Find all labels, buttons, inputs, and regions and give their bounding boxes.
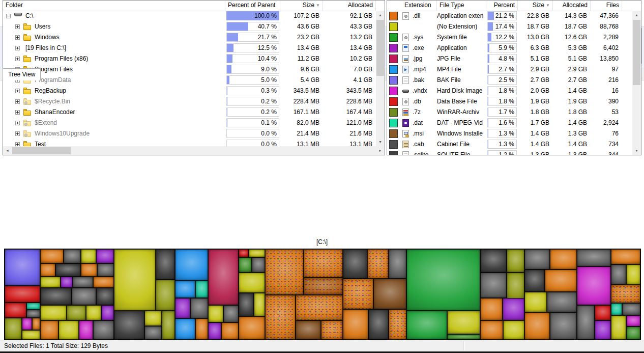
treemap-block[interactable] [86, 305, 101, 320]
treemap-block[interactable] [162, 311, 175, 340]
expand-icon[interactable] [15, 142, 20, 146]
treemap-block[interactable] [97, 263, 114, 277]
treemap-block[interactable] [40, 320, 58, 340]
tree-row[interactable]: C:\100.0 %107.2 GB92.1 GB [3, 11, 376, 21]
treemap-block[interactable] [304, 249, 343, 278]
treemap-block[interactable] [55, 263, 81, 277]
treemap-block[interactable] [175, 281, 195, 298]
treemap-block[interactable] [524, 249, 550, 269]
treemap-block[interactable] [58, 320, 79, 340]
treemap-block[interactable] [550, 312, 577, 340]
treemap-block[interactable] [239, 273, 265, 293]
tree-row[interactable]: Program Files9.0 %9.6 GB7.0 GB [3, 64, 376, 75]
treemap-block[interactable] [26, 310, 40, 318]
treemap-block[interactable] [114, 311, 144, 340]
treemap-block[interactable] [447, 334, 480, 340]
tree-row[interactable]: [19 Files in C:\]12.5 %13.4 GB13.4 GB [3, 43, 376, 53]
tree-row[interactable]: ProgramData5.0 %5.4 GB4.1 GB [3, 75, 376, 86]
extension-row[interactable]: .dllApplication exten21.2 %22.8 GB14.3 G… [387, 11, 632, 21]
treemap-block[interactable] [73, 277, 93, 288]
treemap-block[interactable] [5, 249, 40, 286]
treemap-block[interactable] [40, 288, 72, 305]
treemap-block[interactable] [195, 281, 208, 298]
treemap-block[interactable] [367, 249, 389, 279]
treemap-block[interactable] [524, 312, 550, 340]
treemap[interactable] [4, 249, 641, 340]
column-header-extension[interactable]: Extension [387, 1, 437, 11]
treemap-block[interactable] [81, 249, 96, 263]
treemap-block[interactable] [64, 249, 81, 263]
treemap-block[interactable] [26, 303, 40, 310]
treemap-block[interactable] [254, 293, 265, 316]
treemap-block[interactable] [5, 318, 22, 340]
treemap-block[interactable] [239, 293, 254, 316]
column-header-files[interactable]: Files [591, 1, 622, 11]
treemap-block[interactable] [296, 320, 321, 340]
folder-tree-vscrollbar[interactable]: ▲ ▼ [376, 11, 385, 146]
treemap-block[interactable] [5, 286, 40, 303]
treemap-block[interactable] [622, 303, 640, 315]
extension-row[interactable]: .cabCabinet File1.3 %1.4 GB1.4 GB734 [387, 139, 632, 150]
column-header-percent-of-parent[interactable]: Percent of Parent [225, 1, 280, 11]
treemap-block[interactable] [447, 311, 480, 334]
column-header-percent[interactable]: Percent [486, 1, 518, 11]
tree-row[interactable]: Test0.0 %13.1 MB13.1 MB [3, 139, 376, 146]
treemap-block[interactable] [524, 269, 545, 292]
treemap-block[interactable] [208, 322, 221, 340]
treemap-block[interactable] [343, 279, 373, 309]
treemap-block[interactable] [626, 315, 640, 327]
treemap-block[interactable] [321, 320, 343, 340]
column-header-allocated[interactable]: Allocated [323, 1, 376, 11]
extension-row[interactable]: .sqliteSQLITE File1.2 %1.3 GB1.3 GB344 [387, 150, 632, 155]
treemap-block[interactable] [93, 277, 114, 288]
treemap-block[interactable] [547, 292, 577, 312]
expand-icon[interactable] [15, 131, 20, 136]
treemap-block[interactable] [545, 269, 577, 292]
treemap-block[interactable] [503, 298, 524, 320]
treemap-block[interactable] [72, 288, 96, 305]
expand-icon[interactable] [15, 24, 20, 29]
treemap-block[interactable] [5, 303, 26, 318]
treemap-block[interactable] [101, 305, 114, 320]
tree-row[interactable]: Users40.7 %43.6 GB43.3 GB [3, 21, 376, 32]
treemap-block[interactable] [507, 249, 524, 273]
tree-row[interactable]: Program Files (x86)10.4 %11.2 GB10.2 GB [3, 53, 376, 64]
treemap-block[interactable] [343, 309, 368, 340]
treemap-block[interactable] [611, 315, 626, 340]
expand-icon[interactable] [15, 110, 20, 115]
extension-row[interactable]: .bakBAK File2.5 %2.7 GB2.7 GB216 [387, 75, 632, 86]
extension-row[interactable]: .sysSystem file12.2 %13.0 GB12.6 GB2,289 [387, 32, 632, 43]
treemap-block[interactable] [239, 316, 265, 340]
treemap-block[interactable] [406, 311, 447, 340]
column-header-size[interactable]: Size▼ [280, 1, 323, 11]
treemap-block[interactable] [611, 285, 640, 303]
treemap-block[interactable] [208, 249, 239, 305]
treemap-block[interactable] [406, 249, 480, 311]
treemap-block[interactable] [611, 303, 622, 315]
tree-row[interactable]: Windows21.7 %23.2 GB13.2 GB [3, 32, 376, 43]
column-header-allocated[interactable]: Allocated [553, 1, 591, 11]
extension-vscrollbar[interactable]: ▲ ▼ [632, 11, 641, 155]
extension-row[interactable]: .dbData Base File1.8 %1.9 GB1.9 GB390 [387, 96, 632, 107]
column-header-folder[interactable]: Folder [3, 1, 225, 11]
tab-tree-view[interactable]: Tree View [3, 68, 41, 80]
tree-row[interactable]: RegBackup0.3 %343.5 MB343.5 MB [3, 86, 376, 96]
treemap-block[interactable] [96, 288, 114, 305]
treemap-block[interactable] [156, 249, 175, 280]
treemap-block[interactable] [67, 305, 86, 320]
extension-row[interactable]: .msiWindows Installe1.3 %1.4 GB1.3 GB76 [387, 128, 632, 139]
extension-row[interactable]: .mp4MP4 File2.7 %2.9 GB2.9 GB97 [387, 64, 632, 75]
treemap-block[interactable] [144, 311, 162, 326]
treemap-block[interactable] [93, 320, 114, 340]
tree-row[interactable]: ShanaEncoder0.2 %167.1 MB167.4 MB [3, 107, 376, 118]
treemap-block[interactable] [368, 309, 389, 340]
tree-row[interactable]: $Extend0.1 %82.0 MB121.0 MB [3, 118, 376, 128]
treemap-block[interactable] [577, 249, 611, 266]
treemap-block[interactable] [373, 279, 406, 309]
treemap-block[interactable] [239, 257, 252, 273]
treemap-block[interactable] [144, 326, 162, 340]
treemap-block[interactable] [265, 295, 296, 340]
extension-row[interactable]: .datDAT - MPEG-Vid1.6 %1.7 GB1.4 GB2,924 [387, 118, 632, 128]
extension-row[interactable]: .exeApplication5.9 %6.3 GB5.3 GB6,402 [387, 43, 632, 53]
treemap-block[interactable] [40, 277, 61, 288]
